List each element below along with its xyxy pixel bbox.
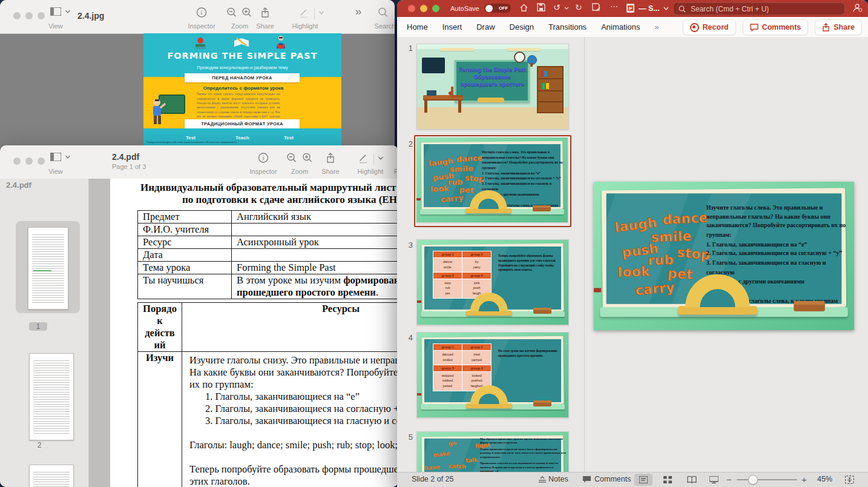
comments-icon[interactable] [582, 475, 591, 483]
zoom-out-icon[interactable] [227, 7, 237, 18]
redo-icon[interactable]: ↻ [575, 2, 582, 13]
close-button[interactable] [13, 157, 21, 165]
highlight-chevron-icon[interactable] [319, 11, 324, 15]
share-icon[interactable] [326, 153, 335, 164]
home-icon[interactable] [519, 3, 528, 12]
slide5-text: Мы образуем прошедшее простое время, исп… [480, 437, 566, 472]
format-heading: Определитесь с форматом урока [180, 85, 307, 91]
share-icon[interactable] [260, 7, 270, 18]
zoom-label: Zoom [231, 22, 248, 30]
view-label: View [48, 22, 63, 30]
sidebar-icon[interactable] [50, 153, 61, 161]
tab-draw[interactable]: Draw [476, 22, 495, 31]
toolbar-divider [314, 8, 315, 19]
inspector-icon[interactable]: i [197, 7, 207, 18]
close-button[interactable] [408, 5, 415, 12]
ppt-doc-icon: P [626, 4, 634, 13]
minimize-button[interactable] [25, 12, 33, 19]
doc-title-chevron-icon[interactable] [663, 7, 669, 10]
normal-view-button[interactable] [634, 474, 653, 486]
search-field[interactable] [673, 2, 845, 15]
slide-thumbnail-1[interactable]: Forming the Simple Past Образование прош… [416, 44, 569, 130]
undo-icon[interactable]: ↺ [553, 2, 561, 13]
search-input[interactable] [689, 4, 841, 14]
page-number-2: 2 [30, 441, 48, 449]
highlight-icon[interactable] [358, 153, 369, 164]
account-icon[interactable] [852, 3, 863, 13]
slide-sorter-view-button[interactable] [659, 474, 677, 486]
document-title[interactable]: — S... [639, 4, 660, 13]
save-copy-icon[interactable] [592, 3, 601, 12]
more-commands-icon[interactable]: ⋯ [610, 1, 618, 12]
save-icon[interactable] [537, 3, 545, 12]
autosave-toggle[interactable]: OFF [484, 4, 511, 13]
search-label: Search [375, 22, 395, 30]
ribbon-actions: Record Comments Share [683, 19, 862, 35]
page-thumbnail-2[interactable] [29, 353, 74, 440]
undo-chevron-icon[interactable] [564, 7, 569, 10]
zoom-in-icon[interactable] [242, 7, 252, 18]
verb-dance[interactable]: dance [662, 209, 708, 227]
slide-thumbnail-4[interactable]: group 1 group 2 dancedsmiled triedcarrie… [416, 332, 569, 418]
svg-text:i: i [201, 9, 203, 16]
close-button[interactable] [13, 12, 21, 19]
step-test-2: Test [284, 135, 294, 141]
slide-number-2: 2 [402, 139, 413, 148]
slide-number-3: 3 [402, 240, 413, 250]
main-slide[interactable]: laugh dance smile push rub stop look pet… [594, 182, 854, 330]
zoom-in-icon[interactable] [303, 153, 313, 163]
zoom-window-button[interactable] [38, 157, 45, 165]
slide-thumbnail-2[interactable]: laugh dance smile push rub stop look pet… [416, 137, 568, 222]
groups-table: group 1 group 2 dancesmile trycarry grou… [433, 251, 492, 299]
highlight-chevron-icon[interactable] [378, 156, 384, 160]
minimize-button[interactable] [420, 5, 427, 12]
page-thumbnail-1[interactable] [28, 227, 68, 310]
highlight-icon[interactable] [298, 7, 309, 18]
zoom-slider-track[interactable] [737, 479, 797, 480]
inspector-icon[interactable]: i [258, 153, 269, 163]
more-tabs-icon[interactable]: » [654, 22, 659, 31]
slide-thumbnail-3[interactable]: group 1 group 2 dancesmile trycarry grou… [416, 239, 569, 325]
tab-design[interactable]: Design [510, 22, 534, 31]
verb-look[interactable]: look [617, 263, 650, 280]
slide-number-1: 1 [402, 44, 413, 53]
pdf-content-area: Индивидуальный образовательный маршрутны… [89, 179, 398, 487]
tab-transitions[interactable]: Transitions [548, 22, 587, 31]
ppt-titlebar: AutoSave OFF ↺ ↻ ⋯ P — S... [397, 0, 868, 17]
tv-illustration [422, 58, 445, 73]
zoom-level[interactable]: 45% [817, 475, 832, 483]
zoom-slider-knob[interactable] [748, 475, 758, 485]
comments-button[interactable]: Comments [743, 19, 809, 35]
inspector-label: Inspector [188, 22, 215, 30]
more-toolbar-items-icon[interactable]: » [355, 5, 362, 18]
reading-view-button[interactable] [683, 474, 701, 486]
sidebar-icon[interactable] [50, 7, 61, 16]
notes-button[interactable]: Notes [548, 475, 568, 483]
tab-insert[interactable]: Insert [442, 22, 462, 31]
step-test-1: Test [186, 135, 196, 141]
record-button[interactable]: Record [683, 19, 736, 35]
slide-thumbnail-5[interactable]: go fight make talk have catch match Мы о… [416, 431, 569, 472]
zoom-out-icon[interactable] [287, 153, 297, 163]
chalkboard-illustration: Forming the Simple Past Образование прош… [455, 60, 530, 102]
notes-icon[interactable] [538, 475, 547, 483]
share-icon [822, 23, 830, 31]
fit-slide-icon[interactable] [845, 475, 854, 484]
page-thumbnail-3[interactable] [29, 465, 74, 487]
zoom-out-button[interactable]: − [726, 474, 732, 485]
tab-animations[interactable]: Animations [601, 22, 640, 31]
slide-thumbnail-panel: 1 Forming the Simple Past Образование пр… [397, 37, 585, 472]
zoom-in-button[interactable]: + [801, 474, 807, 485]
chevron-down-icon[interactable] [65, 155, 71, 159]
slideshow-view-button[interactable] [705, 474, 723, 486]
comments-button[interactable]: Comments [594, 475, 631, 483]
resources-cell: Изучите глаголы снизу. Это правильные и … [189, 354, 398, 487]
search-icon[interactable] [378, 7, 389, 18]
tab-home[interactable]: Home [407, 22, 428, 31]
zoom-window-button[interactable] [432, 5, 439, 12]
reading-person-icon [274, 35, 288, 50]
zoom-window-button[interactable] [38, 12, 45, 19]
share-button[interactable]: Share [815, 19, 862, 35]
chevron-down-icon[interactable] [65, 10, 71, 13]
minimize-button[interactable] [25, 157, 33, 165]
